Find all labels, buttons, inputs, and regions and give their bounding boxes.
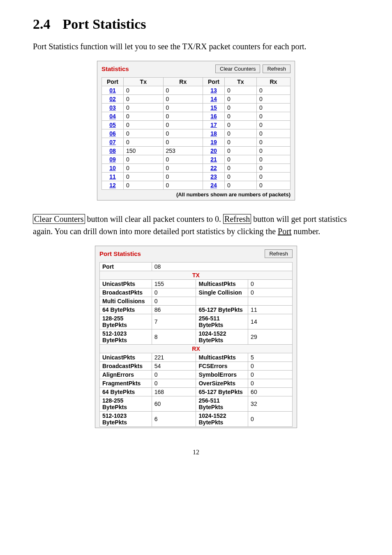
port-link[interactable]: 16 — [210, 113, 217, 120]
stat-label: 65-127 BytePkts — [196, 306, 248, 314]
port-link[interactable]: 06 — [109, 130, 116, 137]
tx-value: 0 — [124, 95, 164, 104]
refresh-button[interactable]: Refresh — [265, 249, 293, 258]
port-link[interactable]: 21 — [210, 156, 217, 163]
port-link[interactable]: 08 — [109, 147, 116, 154]
table-row: 07001900 — [102, 138, 291, 147]
stat-value: 168 — [152, 388, 196, 396]
port-link[interactable]: 23 — [210, 173, 217, 180]
stat-label: AlignErrors — [100, 371, 152, 379]
rx-value: 0 — [163, 112, 203, 121]
statistics-title: Statistics — [101, 65, 213, 72]
port-link[interactable]: 19 — [210, 139, 217, 145]
rx-value: 0 — [256, 173, 290, 181]
heading-number: 2.4 — [33, 16, 51, 32]
port-link[interactable]: 18 — [210, 130, 217, 137]
stat-value: 0 — [152, 371, 196, 379]
tx-value: 0 — [124, 173, 164, 181]
rx-value: 0 — [256, 164, 290, 173]
table-row: 64 BytePkts8665-127 BytePkts11 — [100, 306, 293, 314]
rx-value: 0 — [256, 181, 290, 190]
refresh-button[interactable]: Refresh — [263, 64, 291, 73]
stat-label: 512-1023 BytePkts — [100, 412, 152, 427]
tx-value: 0 — [124, 121, 164, 129]
port-link[interactable]: 03 — [109, 104, 116, 111]
port-link[interactable]: 05 — [109, 122, 116, 128]
port-link[interactable]: 14 — [210, 96, 217, 102]
stat-label — [196, 297, 248, 306]
rx-value: 0 — [163, 138, 203, 147]
stat-value: 32 — [248, 396, 293, 412]
rx-value: 0 — [163, 129, 203, 138]
stat-label: 512-1023 BytePkts — [100, 329, 152, 345]
port-link[interactable]: 12 — [109, 182, 116, 189]
statistics-panel: Statistics Clear Counters Refresh Port T… — [97, 61, 295, 200]
rx-value: 0 — [256, 121, 290, 129]
port-link[interactable]: 04 — [109, 113, 116, 120]
stat-value: 0 — [248, 280, 293, 288]
stat-label: SymbolErrors — [196, 371, 248, 379]
table-row: 512-1023 BytePkts61024-1522 BytePkts0 — [100, 412, 293, 427]
stat-value: 0 — [248, 288, 293, 297]
stat-value: 8 — [152, 329, 196, 345]
rx-value: 0 — [163, 104, 203, 112]
tx-value: 0 — [124, 164, 164, 173]
port-link[interactable]: 13 — [210, 87, 217, 94]
port-link[interactable]: 22 — [210, 165, 217, 171]
port-link[interactable]: 15 — [210, 104, 217, 111]
rx-value: 0 — [163, 164, 203, 173]
table-row: 03001500 — [102, 104, 291, 112]
table-row: 12002400 — [102, 181, 291, 190]
col-tx: Tx — [124, 78, 164, 86]
stat-value: 7 — [152, 314, 196, 329]
rx-value: 253 — [163, 147, 203, 155]
clear-counters-button[interactable]: Clear Counters — [215, 64, 260, 73]
port-link[interactable]: 11 — [109, 173, 116, 180]
table-row: 09002100 — [102, 155, 291, 164]
port-link[interactable]: 09 — [109, 156, 116, 163]
stat-label: 256-511 BytePkts — [196, 396, 248, 412]
port-link[interactable]: 07 — [109, 139, 116, 145]
stat-value: 29 — [248, 329, 293, 345]
rx-header: RX — [100, 345, 293, 353]
port-statistics-title: Port Statistics — [99, 250, 262, 257]
text-fragment: number. — [291, 227, 320, 236]
rx-value: 0 — [163, 86, 203, 95]
table-row: 64 BytePkts16865-127 BytePkts60 — [100, 388, 293, 396]
stat-value: 11 — [248, 306, 293, 314]
heading-title: Port Statistics — [63, 16, 146, 32]
tx-value: 0 — [124, 112, 164, 121]
port-link[interactable]: 01 — [109, 87, 116, 94]
stat-value: 54 — [152, 362, 196, 371]
port-link[interactable]: 17 — [210, 122, 217, 128]
col-rx: Rx — [256, 78, 290, 86]
port-link[interactable]: 10 — [109, 165, 116, 171]
tx-value: 0 — [124, 129, 164, 138]
stat-value: 60 — [248, 388, 293, 396]
stat-value: 60 — [152, 396, 196, 412]
port-link[interactable]: 24 — [210, 182, 217, 189]
port-link[interactable]: 02 — [109, 96, 116, 102]
table-row: UnicastPkts221MulticastPkts5 — [100, 353, 293, 362]
table-row: BroadcastPkts54FCSErrors0 — [100, 362, 293, 371]
tx-value: 0 — [124, 181, 164, 190]
tx-value: 0 — [225, 173, 257, 181]
clear-counters-label: Clear Counters — [33, 214, 85, 224]
port-details-table: Port 08 TX UnicastPkts155MulticastPkts0B… — [99, 262, 293, 427]
rx-value: 0 — [163, 95, 203, 104]
stat-value: 5 — [248, 353, 293, 362]
col-port: Port — [203, 78, 225, 86]
col-port: Port — [102, 78, 124, 86]
table-row: 05001700 — [102, 121, 291, 129]
tx-value: 0 — [225, 95, 257, 104]
section-heading: 2.4Port Statistics — [33, 16, 359, 32]
table-footnote: (All numbers shown are numbers of packet… — [101, 191, 291, 198]
stat-label: MulticastPkts — [196, 353, 248, 362]
table-row: BroadcastPkts0Single Collision0 — [100, 288, 293, 297]
port-link[interactable]: 20 — [210, 147, 217, 154]
tx-value: 0 — [225, 86, 257, 95]
port-value: 08 — [152, 263, 292, 271]
rx-value: 0 — [163, 181, 203, 190]
port-details-panel: Port Statistics Refresh Port 08 TX Unica… — [95, 246, 297, 428]
table-row: 02001400 — [102, 95, 291, 104]
